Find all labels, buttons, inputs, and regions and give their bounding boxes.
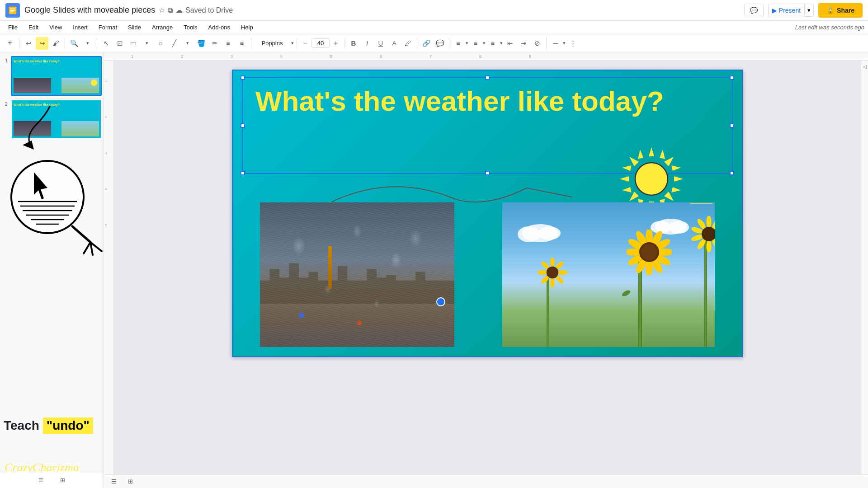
menu-slide[interactable]: Slide [123, 22, 146, 33]
teach-area: Teach "undo" [4, 418, 93, 434]
plus-lines[interactable]: ≡ [236, 37, 248, 50]
svg-marker-19 [620, 176, 629, 182]
undo-button[interactable]: ↩ [22, 37, 35, 50]
slide-thumb-1[interactable]: 1 What's the weather like today? [2, 56, 102, 96]
menu-file[interactable]: File [4, 22, 22, 33]
svg-point-48 [550, 257, 555, 267]
svg-line-16 [90, 242, 102, 251]
font-size-decrease[interactable]: − [300, 38, 311, 49]
more-options[interactable]: ⋮ [566, 37, 579, 50]
circle-tool[interactable]: ○ [154, 37, 167, 50]
redo-button[interactable]: ↪ [36, 37, 48, 50]
font-size-increase[interactable]: + [330, 38, 341, 49]
svg-point-62 [706, 240, 711, 252]
add-button[interactable]: + [4, 37, 16, 50]
handle-mr[interactable] [730, 123, 734, 128]
handle-bl[interactable] [241, 171, 245, 175]
separator-8 [449, 38, 449, 49]
doc-title[interactable]: Google Slides with moveable pieces [24, 5, 155, 15]
share-button[interactable]: 🔒 Share [818, 3, 863, 18]
zoom-dropdown[interactable]: ▾ [81, 37, 94, 50]
text-color-button[interactable]: A [388, 37, 401, 50]
separator-6 [344, 38, 344, 49]
cloud-icon[interactable]: ☁ [175, 6, 183, 14]
zoom-button[interactable]: 🔍 [68, 37, 80, 50]
font-family-value: Poppins [262, 40, 283, 47]
right-panel[interactable]: ◁ [861, 61, 868, 474]
cursor-tool[interactable]: ↖ [100, 37, 113, 50]
menu-arrange[interactable]: Arrange [147, 22, 177, 33]
sunflower-photo[interactable] [502, 202, 715, 347]
paint-format-button[interactable]: 🖌 [49, 37, 62, 50]
comments-button[interactable]: 💬 [744, 4, 764, 17]
grid-view-button[interactable]: ⊞ [57, 475, 69, 485]
menu-tools[interactable]: Tools [179, 22, 202, 33]
font-family-select[interactable]: Poppins [254, 39, 290, 47]
shape-dropdown[interactable]: ▾ [141, 37, 153, 50]
app-logo[interactable] [5, 3, 20, 18]
ordered-list[interactable]: ≡ [486, 37, 499, 50]
thumb-1-img-left [14, 78, 51, 93]
ruler-mark-5: 5 [330, 54, 332, 59]
list-button[interactable]: ≡ [469, 37, 482, 50]
pen-tool[interactable]: ✏ [208, 37, 221, 50]
handle-tl[interactable] [241, 75, 245, 80]
svg-line-15 [90, 242, 93, 255]
menu-edit[interactable]: Edit [24, 22, 43, 33]
vertical-ruler: 1 2 3 4 5 [104, 61, 114, 474]
link-button[interactable]: 🔗 [420, 37, 433, 50]
comment-button[interactable]: 💬 [434, 37, 446, 50]
rain-photo[interactable] [260, 202, 454, 347]
menu-view[interactable]: View [45, 22, 66, 33]
menu-insert[interactable]: Insert [68, 22, 92, 33]
present-button[interactable]: ▶ Present [768, 4, 805, 17]
slide-title[interactable]: What's the weather like today? [255, 86, 719, 117]
svg-marker-31 [671, 187, 681, 192]
copy-icon[interactable]: ⧉ [168, 6, 173, 14]
minus-button[interactable]: ≡ [222, 37, 235, 50]
line-dropdown[interactable]: ▾ [181, 37, 194, 50]
list-view-button[interactable]: ☰ [35, 475, 47, 485]
menu-help[interactable]: Help [236, 22, 258, 33]
separator-4 [251, 38, 251, 49]
slide-canvas-wrapper[interactable]: What's the weather like today? [114, 61, 861, 474]
handle-tr[interactable] [730, 75, 734, 80]
blue-drag-handle[interactable] [436, 297, 445, 306]
top-right-actions: 💬 ▶ Present ▾ 🔒 Share [744, 3, 863, 18]
slide-thumb-2[interactable]: 2 What's the weather like today? [2, 99, 102, 139]
handle-br[interactable] [730, 171, 734, 175]
teach-undo-label: "undo" [43, 418, 93, 434]
svg-marker-32 [622, 165, 632, 171]
bold-button[interactable]: B [347, 37, 360, 50]
menu-format[interactable]: Format [94, 22, 122, 33]
shape-tool[interactable]: ▭ [127, 37, 140, 50]
right-panel-toggle[interactable]: ◁ [863, 64, 867, 69]
handle-ml[interactable] [241, 123, 245, 128]
font-size-input[interactable] [311, 38, 330, 48]
star-icon[interactable]: ☆ [159, 6, 165, 14]
line-style-button[interactable]: ─ [549, 37, 562, 50]
present-dropdown[interactable]: ▾ [805, 4, 814, 17]
slide-1-thumb[interactable]: What's the weather like today? [11, 56, 102, 96]
svg-marker-29 [660, 150, 665, 159]
bucket-tool[interactable]: 🪣 [195, 37, 208, 50]
menu-addons[interactable]: Add-ons [204, 22, 235, 33]
indent-less[interactable]: ⇤ [504, 37, 516, 50]
present-label: Present [779, 7, 801, 14]
line-tool[interactable]: ╱ [168, 37, 180, 50]
slides-grid-view[interactable]: ⊞ [124, 477, 137, 487]
handle-tm[interactable] [485, 75, 490, 80]
slides-list-view[interactable]: ☰ [108, 477, 120, 487]
align-button[interactable]: ≡ [452, 37, 465, 50]
textbox-tool[interactable]: ⊡ [113, 37, 126, 50]
italic-button[interactable]: I [361, 37, 373, 50]
indent-more[interactable]: ⇥ [517, 37, 530, 50]
v-ruler-1: 1 [105, 79, 107, 83]
slide-canvas[interactable]: What's the weather like today? [232, 70, 743, 357]
yellow-accent-line [690, 203, 712, 204]
ruler-mark-8: 8 [479, 54, 481, 59]
slide-2-thumb[interactable]: What's the weather like today? [11, 99, 102, 139]
clear-format[interactable]: ⊘ [531, 37, 543, 50]
underline-button[interactable]: U [374, 37, 387, 50]
highlight-button[interactable]: 🖊 [401, 37, 414, 50]
